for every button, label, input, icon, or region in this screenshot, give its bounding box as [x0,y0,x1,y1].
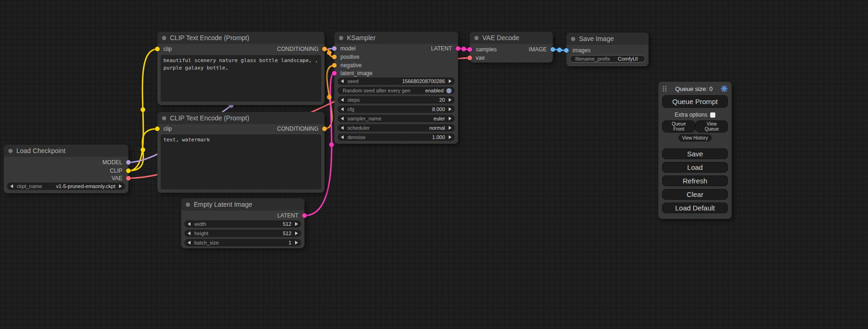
next-value-arrow-icon[interactable] [295,231,298,235]
output-slot-latent[interactable]: LATENT [431,45,458,52]
input-slot-samples[interactable]: samples [470,46,497,53]
conditioning-slot-dot[interactable] [332,55,337,59]
toggle-knob-icon[interactable] [446,88,452,93]
image-slot-dot[interactable] [550,47,555,52]
load-default-button[interactable]: Load Default [662,203,728,213]
clear-button[interactable]: Clear [662,189,728,200]
model-slot-dot[interactable] [332,46,337,51]
latent-slot-dot[interactable] [456,46,460,51]
save-button[interactable]: Save [662,148,728,159]
view-history-button[interactable]: View History [678,134,712,141]
input-slot-negative[interactable]: negative [334,62,361,69]
output-slot-vae[interactable]: VAE [112,175,128,182]
conditioning-slot-dot[interactable] [322,47,327,51]
next-value-arrow-icon[interactable] [295,222,298,226]
node-clip-text-encode-positive[interactable]: CLIP Text Encode (Prompt) clip CONDITION… [157,32,325,105]
output-slot-latent[interactable]: LATENT [277,212,304,219]
extra-options-checkbox[interactable] [710,112,715,118]
ckpt-name-widget[interactable]: ckpt_name v1-5-pruned-emaonly.ckpt [7,182,125,190]
prev-value-arrow-icon[interactable] [188,241,191,245]
conditioning-slot-dot[interactable] [322,126,327,131]
input-slot-vae[interactable]: vae [470,54,485,62]
next-value-arrow-icon[interactable] [295,241,298,245]
output-slot-clip[interactable]: CLIP [110,167,128,175]
clip-slot-dot[interactable] [155,47,160,51]
node-clip-text-encode-negative[interactable]: CLIP Text Encode (Prompt) clip CONDITION… [157,112,325,193]
next-value-arrow-icon[interactable] [449,107,452,111]
node-title-bar[interactable]: VAE Decode [470,32,553,44]
input-slot-clip[interactable]: clip [157,45,172,53]
positive-prompt-textarea[interactable]: beautiful scenery nature glass bottle la… [161,55,321,102]
conditioning-slot-dot[interactable] [332,63,337,68]
output-slot-conditioning[interactable]: CONDITIONING [277,45,325,53]
prev-value-arrow-icon[interactable] [341,107,344,111]
prev-value-arrow-icon[interactable] [341,79,344,83]
prev-value-arrow-icon[interactable] [188,222,191,226]
output-slot-model[interactable]: MODEL [102,159,128,166]
load-button[interactable]: Load [662,162,728,173]
node-load-checkpoint[interactable]: Load Checkpoint MODEL CLIP VAE ckpt_name… [4,145,128,193]
collapse-dot-icon[interactable] [571,37,575,41]
view-queue-button[interactable]: View Queue [695,120,728,133]
prev-value-arrow-icon[interactable] [10,184,13,188]
scheduler-widget[interactable]: scheduler normal [338,124,455,132]
cfg-widget[interactable]: cfg 8.000 [338,105,455,113]
steps-widget[interactable]: steps 20 [338,96,455,104]
node-title-bar[interactable]: KSampler [334,32,458,44]
negative-prompt-textarea[interactable]: text, watermark [161,134,321,189]
node-title-bar[interactable]: CLIP Text Encode (Prompt) [157,112,325,124]
queue-front-button[interactable]: Queue Front [662,120,695,133]
drag-handle-icon[interactable] [662,85,667,92]
node-empty-latent-image[interactable]: Empty Latent Image LATENT width 512 heig… [181,198,304,248]
filename-prefix-widget[interactable]: filename_prefix ComfyUI [570,55,645,63]
clip-slot-dot[interactable] [155,126,160,131]
output-slot-conditioning[interactable]: CONDITIONING [277,125,325,133]
graph-canvas[interactable]: Load Checkpoint MODEL CLIP VAE ckpt_name… [0,0,868,329]
node-title-bar[interactable]: Empty Latent Image [181,198,304,210]
latent-slot-dot[interactable] [467,47,472,52]
latent-slot-dot[interactable] [332,71,337,76]
latent-slot-dot[interactable] [302,213,307,218]
seed-widget[interactable]: seed 156680208700286 [338,77,455,85]
node-title-bar[interactable]: Load Checkpoint [4,145,128,157]
collapse-dot-icon[interactable] [339,36,343,40]
settings-gear-icon[interactable] [720,85,728,92]
next-value-arrow-icon[interactable] [449,126,452,130]
height-widget[interactable]: height 512 [184,230,301,237]
node-ksampler[interactable]: KSampler model positive negative latent_… [334,32,458,144]
collapse-dot-icon[interactable] [474,36,479,40]
input-slot-images[interactable]: images [566,47,591,54]
denoise-widget[interactable]: denoise 1.000 [338,133,455,141]
sampler-name-widget[interactable]: sampler_name euler [338,115,455,122]
next-value-arrow-icon[interactable] [449,98,452,102]
node-title-bar[interactable]: Save Image [566,33,649,45]
prev-value-arrow-icon[interactable] [341,135,344,139]
next-value-arrow-icon[interactable] [119,184,122,188]
next-value-arrow-icon[interactable] [449,135,452,139]
queue-prompt-button[interactable]: Queue Prompt [662,95,728,108]
collapse-dot-icon[interactable] [162,36,166,40]
image-slot-dot[interactable] [564,48,569,53]
input-slot-latent-image[interactable]: latent_image [334,70,373,77]
random-seed-toggle-widget[interactable]: Random seed after every gen enabled [338,87,455,94]
input-slot-positive[interactable]: positive [334,53,360,61]
collapse-dot-icon[interactable] [162,116,166,120]
refresh-button[interactable]: Refresh [662,175,728,186]
width-widget[interactable]: width 512 [184,220,301,228]
output-slot-image[interactable]: IMAGE [529,46,553,53]
input-slot-model[interactable]: model [334,45,356,52]
vae-slot-dot[interactable] [467,56,472,60]
next-value-arrow-icon[interactable] [449,79,452,83]
node-save-image[interactable]: Save Image images filename_prefix ComfyU… [566,33,649,66]
node-title-bar[interactable]: CLIP Text Encode (Prompt) [157,32,325,44]
prev-value-arrow-icon[interactable] [188,231,191,235]
input-slot-clip[interactable]: clip [157,125,172,133]
prev-value-arrow-icon[interactable] [341,117,344,120]
prev-value-arrow-icon[interactable] [341,98,344,102]
prev-value-arrow-icon[interactable] [341,126,344,130]
node-vae-decode[interactable]: VAE Decode samples vae IMAGE [470,32,553,63]
batch-size-widget[interactable]: batch_size 1 [184,239,301,246]
collapse-dot-icon[interactable] [186,203,190,207]
vae-slot-dot[interactable] [126,176,131,181]
model-slot-dot[interactable] [126,160,131,165]
